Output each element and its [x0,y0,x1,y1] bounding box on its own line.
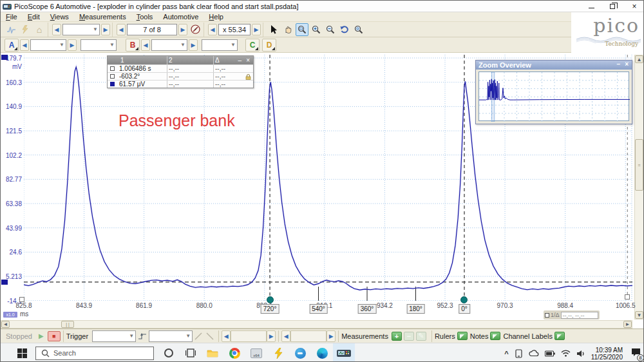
pretrigger-down[interactable]: ◀ [281,330,290,342]
horizontal-ruler-handle[interactable] [1,280,8,285]
measurement-row[interactable]: 61.57 μV--,----,-- [108,80,253,88]
channel-b-range-dropdown[interactable]: ▼ [151,39,187,51]
file-explorer-button[interactable] [202,343,223,362]
prev-item-arrow[interactable]: ◀ [52,24,61,35]
speaker-icon[interactable] [576,350,585,357]
start-capture-icon[interactable]: ▶ [39,332,44,339]
title-bar[interactable]: PicoScope 6 Automotive - [exploder in cy… [1,1,644,12]
horizontal-scroll-thumb[interactable]: | | [61,321,74,328]
rising-edge-icon[interactable] [193,331,204,341]
remove-measurement-button[interactable]: − [404,332,414,341]
onedrive-cloud-icon[interactable] [529,350,539,357]
picoscope-taskbar-button[interactable] [333,343,355,362]
normal-selection-cursor-icon[interactable] [267,23,280,36]
edge-button[interactable] [311,343,333,362]
menu-item-automotive[interactable]: Automotive [158,13,204,21]
zoom-overview-window[interactable]: Zoom Overview – × [475,60,632,124]
rotation-marker-0[interactable]: 0° [459,304,470,314]
horizontal-scrollbar[interactable]: ◄ | | ► [1,320,632,329]
trigger-mode-dropdown[interactable]: ▼ [92,330,136,342]
zoom-factor-value[interactable]: x 55.34 [218,24,251,35]
pretrigger-up[interactable]: ▶ [327,330,336,342]
channel-a-axis-marker[interactable] [1,55,8,60]
menu-item-file[interactable]: File [1,13,23,21]
rotation-marker-360[interactable]: 360° [358,304,377,314]
channel-a-button[interactable]: A [5,39,19,52]
x-axis-scale-badge[interactable]: x1.0 [3,312,17,318]
row-checkbox[interactable] [110,66,115,71]
marquee-zoom-icon[interactable] [296,23,308,36]
channel-a-range-down[interactable]: ◀ [20,39,29,51]
vertical-scroll-thumb[interactable]: = [635,139,643,191]
channel-b-range-up[interactable]: ▶ [189,39,198,51]
next-buffer-arrow[interactable]: ▶ [178,24,187,35]
rulers-toggle[interactable] [457,332,468,340]
quick-setup-lightning-icon[interactable] [19,23,32,36]
channel-b-coupling-dropdown[interactable]: ▼ [202,39,238,51]
row-checkbox[interactable] [110,82,115,86]
scroll-left-icon[interactable]: ◄ [1,321,10,328]
taskbar-search-input[interactable]: Search [35,347,154,360]
x64-app-button[interactable]: x64 [245,343,267,362]
zoom-overview-body[interactable] [478,71,629,121]
undo-zoom-icon[interactable] [338,23,351,36]
buffer-overview-compass-icon[interactable] [189,23,202,36]
menu-item-views[interactable]: Views [45,13,74,21]
stop-capture-button[interactable]: ■ [48,331,61,341]
menu-item-measurements[interactable]: Measurements [74,13,131,21]
trigger-source-dropdown[interactable]: ▼ [149,330,193,342]
buffer-counter[interactable]: 7 of 8 [127,24,177,35]
start-button[interactable] [11,343,33,362]
trigger-level-field[interactable] [231,330,267,342]
wifi-icon[interactable] [561,350,571,357]
panel-close-icon[interactable]: × [246,56,250,64]
right-time-ruler-handle[interactable] [625,294,630,300]
measurement-row[interactable]: 1.006486 s--,----,-- [108,64,253,72]
falling-edge-icon[interactable] [204,331,216,341]
ruler-spawn-handle[interactable] [19,297,24,302]
channel-d-button[interactable]: D [262,39,276,52]
channel-labels-toggle[interactable] [554,332,565,340]
pretrigger-field[interactable] [290,330,327,342]
zoom-overview-titlebar[interactable]: Zoom Overview – × [476,61,632,70]
task-view-button[interactable] [180,343,202,362]
edit-measurement-button[interactable]: ✎ [416,332,426,341]
zoom-out-step-arrow[interactable]: ◀ [208,24,217,35]
tray-device-icon[interactable] [515,349,523,358]
chrome-button[interactable] [223,343,245,362]
waveform-library-icon[interactable] [5,23,17,36]
minimize-button[interactable] [589,5,594,8]
scroll-right-icon[interactable]: ► [623,321,632,328]
hand-pan-icon[interactable] [281,23,294,36]
inverse-delta-checkbox[interactable] [545,313,549,318]
zoom-full-icon[interactable] [352,23,365,36]
channel-b-range-down[interactable]: ◀ [141,39,150,51]
trigger-level-down[interactable]: ◀ [222,330,231,342]
taskbar-clock[interactable]: 10:39 AM 11/25/2020 [591,347,623,361]
channel-a-range-up[interactable]: ▶ [68,39,77,51]
menu-item-edit[interactable]: Edit [23,13,45,21]
scroll-up-icon[interactable]: ▲ [635,55,643,63]
scroll-down-icon[interactable]: ▼ [635,311,643,319]
rotation-marker-180[interactable]: 180° [406,304,425,314]
vertical-scrollbar[interactable]: ▲ = ▼ [634,55,644,319]
action-center-button[interactable]: 8 [631,348,641,359]
channel-c-button[interactable]: C [245,39,260,52]
lightning-app-button[interactable] [267,343,289,362]
rotation-marker-540[interactable]: 540° [309,304,328,314]
measurement-row[interactable]: -603.2°--,----,-- [108,72,253,80]
menu-item-help[interactable]: Help [204,13,229,21]
next-item-arrow[interactable]: ▶ [101,24,110,35]
zoom-in-step-arrow[interactable]: ▶ [252,24,261,35]
trigger-edge-icon[interactable] [136,331,149,341]
zoom-in-icon[interactable] [310,23,323,36]
channel-a-range-dropdown[interactable]: ▼ [30,39,66,51]
blue-circle-app-button[interactable] [289,343,311,362]
prev-buffer-arrow[interactable]: ◀ [117,24,126,35]
battery-icon[interactable] [545,350,555,357]
waveform-dropdown[interactable]: ▼ [62,24,100,35]
time-ruler-handle[interactable] [267,296,274,303]
panel-close-icon[interactable]: × [625,61,629,68]
measurements-panel[interactable]: 1 2 Δ – × 1.006486 s--,----,---603.2°--,… [107,55,254,88]
channel-a-coupling-dropdown[interactable]: ▼ [80,39,117,51]
